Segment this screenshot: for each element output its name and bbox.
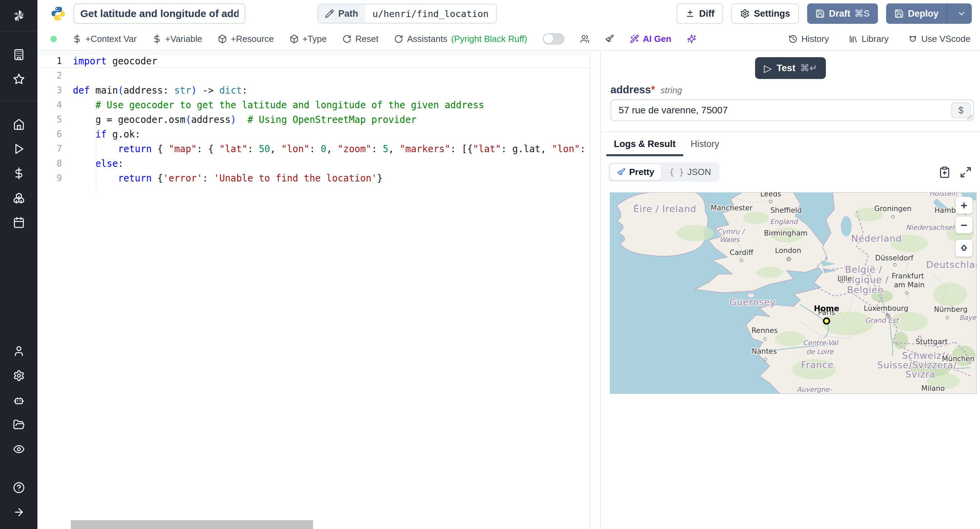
script-name-input[interactable] [73,3,245,24]
use-vscode-button[interactable]: Use VScode [908,34,970,44]
home-marker[interactable] [824,318,830,324]
multiplayer-toggle[interactable] [543,33,565,45]
code-line-7[interactable]: 7 return { "map": { "lat": 50, "lon": 0,… [37,141,590,156]
favorites-icon[interactable] [6,67,31,91]
user-icon[interactable] [6,339,31,363]
add-type-button[interactable]: +Type [290,34,327,44]
path-label-text: Path [338,8,358,19]
pretty-label: Pretty [629,167,654,177]
code-line-4[interactable]: 4 # Use geocoder to get the latitude and… [37,97,590,112]
maximize-icon [959,166,972,178]
draft-button[interactable]: Draft ⌘S [807,3,878,24]
map-label-schweiz-: Schweiz/ [902,350,945,361]
line-number: 8 [37,158,62,169]
json-view-button[interactable]: { } JSON [662,164,718,180]
workspace-icon[interactable] [6,42,31,67]
format-brush-icon[interactable] [605,34,614,43]
workers-icon[interactable] [6,388,31,412]
map-label-england: England [770,218,798,226]
json-label: JSON [687,167,711,177]
line-number: 5 [37,115,62,124]
test-button[interactable]: ▷ Test ⌘↵ [755,57,826,79]
horizontal-scrollbar[interactable] [71,520,313,529]
clipboard-icon [939,166,951,178]
add-variable-button[interactable]: +Variable [153,34,202,44]
result-view-toggle: Pretty { } JSON [608,163,719,182]
code-line-9[interactable]: 9 return {'error': 'Unable to find the l… [37,170,590,185]
line-number: 7 [37,143,62,154]
arg-name-label: address* [611,84,655,96]
add-context-var-button[interactable]: +Context Var [73,34,137,44]
deploy-dropdown[interactable] [951,9,972,18]
address-input[interactable] [611,99,974,121]
code-line-8[interactable]: 8 else: [37,156,590,170]
sidebar-main-group [0,101,37,234]
library-button[interactable]: Library [849,34,888,44]
map-label-leeds: Leeds [760,192,781,198]
home-icon[interactable] [6,112,31,137]
runs-icon[interactable] [6,137,31,161]
ai-sparkles-icon[interactable] [687,34,696,43]
ai-gen-button[interactable]: AI Gen [630,34,671,44]
deploy-label: Deploy [908,8,939,19]
schedules-icon[interactable] [6,210,31,234]
map-label-frankfurt: Frankfurt [891,272,924,280]
map-reset-view-button[interactable] [956,240,972,257]
reset-button[interactable]: Reset [342,34,379,44]
code-text: # Use geocoder to get the latitude and l… [73,99,484,110]
code-lines: 1import geocoder23def main(address: str)… [37,52,590,185]
copy-result-button[interactable] [939,166,951,178]
code-line-6[interactable]: 6 if g.ok: [37,127,590,141]
windmill-logo[interactable] [0,0,37,31]
map-city-dot [894,263,896,266]
code-editor[interactable]: 1import geocoder23def main(address: str)… [37,52,591,529]
tab-history[interactable]: History [683,132,727,156]
line-number: 9 [37,173,62,183]
assistants-button[interactable]: Assistants (Pyright Black Ruff) [394,34,527,44]
code-line-5[interactable]: 5 g = geocoder.osm(address) # Using Open… [37,112,590,127]
map-city-dot [946,316,949,319]
toolbar-left: +Context Var+Variable+Resource+TypeReset… [50,33,696,45]
diff-button[interactable]: Diff [676,3,723,24]
audit-icon[interactable] [6,437,31,461]
code-text: g = geocoder.osm(address) # Using OpenSt… [73,114,417,125]
sidebar-workspace-group [0,31,37,101]
map-zoom-out-button[interactable]: − [956,217,972,234]
map-label-wales: Wales [719,236,740,244]
windmill-logo-icon [11,8,26,23]
expand-sidebar-icon[interactable] [6,500,31,524]
history-button[interactable]: History [788,34,829,44]
map-label-milano: Milano [921,384,945,392]
map-city-dot [740,259,743,262]
expand-result-button[interactable] [959,166,972,178]
settings-icon[interactable] [6,363,31,388]
line-number: 4 [37,100,62,110]
map-label-cardiff: Cardiff [730,249,753,257]
deploy-button[interactable]: Deploy [886,3,972,24]
code-line-1[interactable]: 1import geocoder [37,53,590,68]
map-label-nantes: Nantes [752,347,777,355]
map-label-svizra: Svizra [905,369,935,379]
settings-button[interactable]: Settings [731,3,799,24]
input-resize-handle[interactable] [967,115,972,120]
folders-icon[interactable] [6,412,31,437]
code-line-2[interactable]: 2 [37,68,590,83]
help-icon[interactable] [6,475,31,500]
variables-icon[interactable] [6,161,31,185]
play-icon: ▷ [764,62,772,74]
multiplayer-users-icon[interactable] [580,34,589,43]
map-label-birmingham: Birmingham [764,229,808,237]
pretty-view-button[interactable]: Pretty [610,164,661,180]
map-zoom-in-button[interactable]: + [956,197,972,214]
code-text: return {'error': 'Unable to find the loc… [73,172,383,183]
map-label-am-main: am Main [894,281,924,289]
path-field[interactable]: Path u/henri/find_location [318,4,497,24]
code-line-3[interactable]: 3def main(address: str) -> dict: [37,83,590,97]
test-shortcut: ⌘↵ [800,63,817,73]
tab-logs-result[interactable]: Logs & Result [606,132,683,156]
code-text: else: [73,158,124,169]
result-map[interactable]: Éire / IrelandNederlandDeutschlandBelgië… [610,192,977,394]
resources-icon[interactable] [6,185,31,210]
add-resource-button[interactable]: +Resource [218,34,274,44]
diff-icon [685,9,695,18]
